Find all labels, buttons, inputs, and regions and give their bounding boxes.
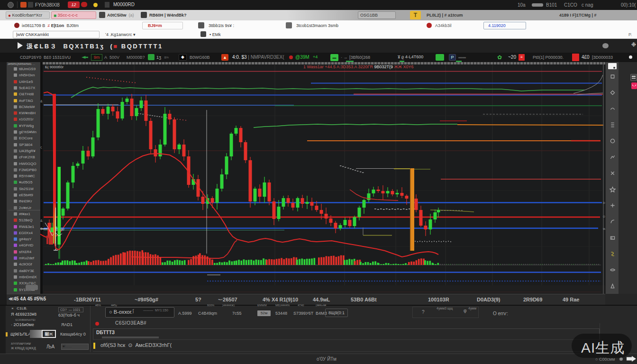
svg-text:φ: φ — [40, 227, 43, 230]
svg-text:&: & — [40, 100, 43, 103]
svg-text:&: & — [40, 219, 43, 222]
